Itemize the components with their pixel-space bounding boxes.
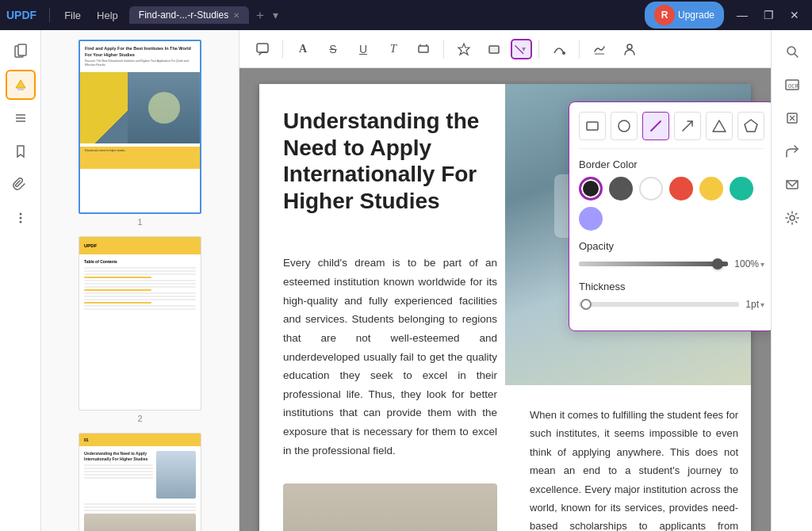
sidebar-list-icon[interactable] [6,103,36,133]
menu-help[interactable]: Help [92,8,123,23]
doc-lower-image [283,483,497,531]
line-shape-button[interactable] [642,112,669,140]
toolbar-divider-4 [579,40,580,59]
right-sidebar: OCR [771,30,812,531]
thumb3-title: Understanding the Need to Apply Internat… [84,451,153,462]
svg-rect-10 [419,46,428,52]
thumb1-body: Educational content for higher studies..… [85,149,195,153]
window-controls: — ❐ ✕ [730,7,806,23]
triangle-shape-button[interactable] [706,112,733,140]
svg-point-6 [19,213,21,216]
thumb2-title: Table of Contents [84,259,196,264]
divider [49,8,50,22]
pentagon-shape-button[interactable] [737,112,764,140]
compress-button[interactable] [777,103,807,133]
main-layout: Find and Apply For the Best Institutes I… [0,30,812,531]
tab-bar: Find-and-...-r-Studies ✕ ＋ ▾ [129,6,638,24]
doc-content: Understanding the Need to Apply Internat… [259,84,505,254]
opacity-slider[interactable] [579,262,728,266]
content-area: A S U T | ▾ [239,30,771,531]
thickness-thumb[interactable] [580,299,592,310]
titlebar-right: R Upgrade — ❐ ✕ [645,2,806,29]
shape-selector-row [579,112,764,149]
thumb1-title: Find and Apply For the Best Institutes I… [85,46,195,58]
person-button[interactable] [616,36,643,63]
color-swatch-teal[interactable] [730,177,753,201]
tab-close-button[interactable]: ✕ [233,11,239,20]
opacity-thumb[interactable] [712,258,723,269]
opacity-label: Opacity [579,240,764,252]
line-tool-dropdown[interactable]: | ▾ [511,39,532,59]
share-button[interactable] [777,136,807,166]
tab-active[interactable]: Find-and-...-r-Studies ✕ [129,6,249,24]
email-button[interactable] [777,170,807,200]
svg-point-15 [562,52,565,55]
underline-button[interactable]: U [350,36,377,63]
color-swatch-purple[interactable] [579,207,603,231]
textbox-button[interactable] [410,36,437,63]
thumb3-num: 01 [84,437,89,442]
comment-button[interactable] [249,36,276,63]
strikethrough-button[interactable]: S [320,36,347,63]
menu-file[interactable]: File [59,8,86,23]
minimize-button[interactable]: — [730,7,754,23]
svg-marker-23 [745,120,757,132]
thickness-dropdown-arrow[interactable]: ▾ [760,300,764,309]
text-button[interactable]: A [289,36,316,63]
color-swatch-red[interactable] [669,177,693,201]
thumbnail-page-2[interactable]: UPDF Table of Contents [51,236,229,423]
thumb1-subtitle: Discover The Best Educational Institutes… [85,59,195,67]
svg-line-25 [795,54,798,57]
svg-line-21 [683,121,692,131]
maximize-button[interactable]: ❐ [757,7,780,23]
svg-marker-13 [458,44,469,55]
app-logo: UPDF [6,9,36,21]
arrow-shape-button[interactable] [674,112,701,140]
ocr-button[interactable]: OCR [777,70,807,100]
opacity-slider-row: 100% ▾ [579,258,764,269]
sidebar-attachment-icon[interactable] [6,170,36,200]
circle-shape-button[interactable] [611,112,638,140]
sidebar-pages-icon[interactable] [6,36,36,67]
opacity-dropdown-arrow[interactable]: ▾ [760,260,764,269]
upgrade-button[interactable]: R Upgrade [645,2,724,29]
doc-body-left: Every child's dream is to be part of an … [259,254,521,476]
signature-button[interactable] [586,36,613,63]
close-button[interactable]: ✕ [783,7,806,23]
svg-marker-22 [713,120,726,132]
text-type-button[interactable]: T [380,36,407,63]
thumb-preview-2: UPDF Table of Contents [79,236,201,411]
settings-button[interactable] [777,203,807,233]
svg-rect-18 [587,122,598,130]
sidebar-highlight-icon[interactable] [6,70,36,100]
color-swatch-white[interactable] [639,177,663,201]
color-swatch-yellow[interactable] [699,177,723,201]
thumb-num-1: 1 [137,217,142,227]
sidebar-more-icon[interactable] [6,203,36,233]
svg-rect-14 [489,46,499,53]
thumb-num-2: 2 [137,414,142,423]
color-swatch-black[interactable] [579,177,603,201]
stamp-button[interactable] [450,36,477,63]
color-swatch-dark-gray[interactable] [609,177,633,201]
thumbnail-panel: Find and Apply For the Best Institutes I… [41,30,239,531]
toolbar-divider-2 [443,40,444,59]
thumbnail-page-3[interactable]: 01 Understanding the Need to Apply Inter… [51,433,229,531]
color-swatches-row [579,177,764,231]
tab-add-button[interactable]: ＋ [254,7,266,24]
thickness-slider[interactable] [579,302,739,307]
tab-dropdown-button[interactable]: ▾ [273,9,278,21]
sidebar-bookmarks-icon[interactable] [6,136,36,166]
thickness-section: Thickness 1pt ▾ [579,281,764,310]
tab-label: Find-and-...-r-Studies [139,10,228,21]
thickness-label: Thickness [579,281,764,292]
thumbnail-page-1[interactable]: Find and Apply For the Best Institutes I… [51,40,229,227]
toolbar-divider-3 [538,40,539,59]
toolbar: A S U T | ▾ [239,30,771,68]
left-sidebar [0,30,41,531]
rectangle-shape-button[interactable] [579,112,606,140]
curve-button[interactable] [546,36,573,63]
shape-fill-button[interactable] [481,36,508,63]
opacity-value-text: 100% [734,258,759,269]
search-icon-button[interactable] [777,36,807,67]
